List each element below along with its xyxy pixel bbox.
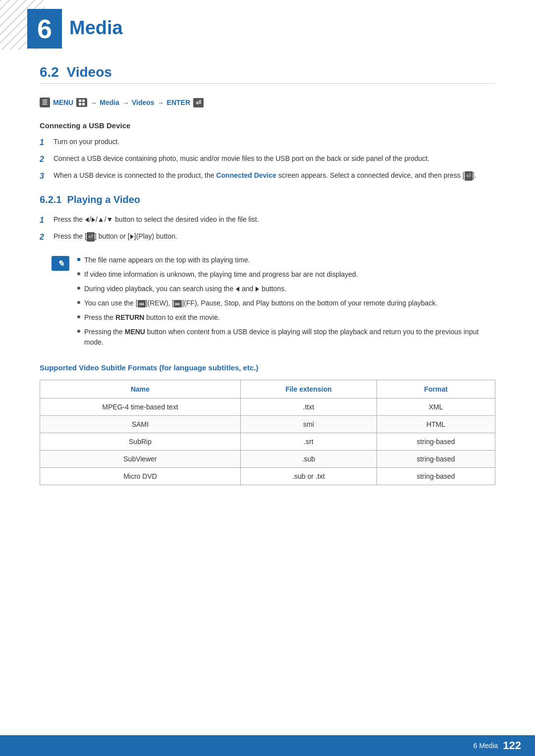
play-step-num-1: 1 xyxy=(40,214,48,226)
note-text-5: Press the RETURN button to exit the movi… xyxy=(84,312,220,323)
usb-step-1: 1 Turn on your product. xyxy=(40,137,495,149)
connecting-usb-steps: 1 Turn on your product. 2 Connect a USB … xyxy=(40,137,495,182)
bullet-6 xyxy=(77,330,80,333)
step-text-3: When a USB device is connected to the pr… xyxy=(54,170,476,182)
note-text-2: If video time information is unknown, th… xyxy=(84,269,358,280)
formats-table: Name File extension Format MPEG-4 time-b… xyxy=(40,380,495,485)
connecting-usb-heading: Connecting a USB Device xyxy=(40,121,495,130)
col-header-format: Format xyxy=(376,380,495,399)
cell-ext-1: .ttxt xyxy=(241,399,377,416)
usb-step-3: 3 When a USB device is connected to the … xyxy=(40,170,495,182)
cell-format-4: string-based xyxy=(376,451,495,468)
note-text-3: During video playback, you can search us… xyxy=(84,284,286,294)
nav-arrow-2: → xyxy=(122,99,129,106)
nav-arrow-1: → xyxy=(90,99,97,106)
nav-menu-icon: ☰ xyxy=(40,98,50,107)
nav-arrow-3: → xyxy=(158,99,164,106)
note-item-1: The file name appears on the top with it… xyxy=(77,255,495,265)
playing-steps: 1 Press the //▲/▼ button to select the d… xyxy=(40,214,495,243)
nav-videos: Videos xyxy=(132,99,155,106)
table-body: MPEG-4 time-based text .ttxt XML SAMI sm… xyxy=(40,399,495,485)
subsection-title: Playing a Video xyxy=(67,194,140,205)
note-text-4: You can use the [⏮](REW), [⏭](FF), Pause… xyxy=(84,298,437,308)
col-header-extension: File extension xyxy=(241,380,377,399)
chapter-block: 6 xyxy=(27,9,62,49)
cell-ext-4: .sub xyxy=(241,451,377,468)
note-text-6: Pressing the MENU button when content fr… xyxy=(84,327,495,348)
nav-path: ☰ MENU → Media → Videos → ENTER ⏎ xyxy=(40,98,495,107)
cell-name-5: Micro DVD xyxy=(40,468,241,485)
section-number: 6.2 xyxy=(40,64,59,80)
note-text-1: The file name appears on the top with it… xyxy=(84,255,250,265)
play-step-2: 2 Press the [⏎] button or [](Play) butto… xyxy=(40,231,495,243)
main-content: 6.2 Videos ☰ MENU → Media → Videos → ENT… xyxy=(0,64,535,525)
play-step-num-2: 2 xyxy=(40,231,48,243)
bullet-3 xyxy=(77,287,80,290)
svg-rect-2 xyxy=(79,100,81,102)
col-header-name: Name xyxy=(40,380,241,399)
table-row: SubViewer .sub string-based xyxy=(40,451,495,468)
note-item-6: Pressing the MENU button when content fr… xyxy=(77,327,495,348)
note-block: ✎ The file name appears on the top with … xyxy=(52,255,495,352)
cell-ext-3: .srt xyxy=(241,433,377,451)
note-icon: ✎ xyxy=(52,256,69,271)
cell-format-1: XML xyxy=(376,399,495,416)
cell-name-4: SubViewer xyxy=(40,451,241,468)
chapter-number: 6 xyxy=(37,15,52,42)
subsection-heading: 6.2.1 Playing a Video xyxy=(40,194,495,205)
note-item-3: During video playback, you can search us… xyxy=(77,284,495,294)
bullet-4 xyxy=(77,301,80,304)
play-step-text-1: Press the //▲/▼ button to select the des… xyxy=(54,214,259,226)
table-row: MPEG-4 time-based text .ttxt XML xyxy=(40,399,495,416)
step-num-1: 1 xyxy=(40,137,48,149)
note-item-2: If video time information is unknown, th… xyxy=(77,269,495,280)
nav-grid-icon xyxy=(76,98,87,107)
svg-rect-4 xyxy=(79,103,81,105)
bottom-bar-text: 6 Media xyxy=(473,742,498,750)
svg-rect-3 xyxy=(82,100,85,102)
bullet-2 xyxy=(77,272,80,275)
note-item-5: Press the RETURN button to exit the movi… xyxy=(77,312,495,323)
cell-format-3: string-based xyxy=(376,433,495,451)
cell-name-2: SAMI xyxy=(40,416,241,433)
cell-name-1: MPEG-4 time-based text xyxy=(40,399,241,416)
bullet-1 xyxy=(77,258,80,261)
cell-format-2: HTML xyxy=(376,416,495,433)
table-header-row: Name File extension Format xyxy=(40,380,495,399)
table-row: Micro DVD .sub or .txt string-based xyxy=(40,468,495,485)
section-heading: 6.2 Videos xyxy=(40,64,495,84)
bottom-bar: 6 Media 122 xyxy=(0,735,535,756)
nav-media: Media xyxy=(100,99,119,106)
step-text-1: Turn on your product. xyxy=(54,137,119,149)
cell-ext-2: smi xyxy=(241,416,377,433)
step-num-3: 3 xyxy=(40,170,48,182)
cell-format-5: string-based xyxy=(376,468,495,485)
formats-heading: Supported Video Subitle Formats (for lan… xyxy=(40,363,495,372)
cell-name-3: SubRip xyxy=(40,433,241,451)
note-bullets-list: The file name appears on the top with it… xyxy=(77,255,495,352)
bottom-bar-page: 122 xyxy=(503,739,521,752)
section-title: Videos xyxy=(67,64,112,80)
svg-rect-5 xyxy=(82,103,85,105)
note-item-4: You can use the [⏮](REW), [⏭](FF), Pause… xyxy=(77,298,495,308)
play-step-1: 1 Press the //▲/▼ button to select the d… xyxy=(40,214,495,226)
usb-step-2: 2 Connect a USB device containing photo,… xyxy=(40,153,495,165)
step-num-2: 2 xyxy=(40,153,48,165)
bullet-5 xyxy=(77,315,80,318)
chapter-title: Media xyxy=(69,17,123,39)
table-row: SAMI smi HTML xyxy=(40,416,495,433)
nav-enter-icon: ⏎ xyxy=(193,98,204,107)
table-row: SubRip .srt string-based xyxy=(40,433,495,451)
cell-ext-5: .sub or .txt xyxy=(241,468,377,485)
play-step-text-2: Press the [⏎] button or [](Play) button. xyxy=(54,231,177,243)
step-text-2: Connect a USB device containing photo, m… xyxy=(54,153,429,165)
subsection-number: 6.2.1 xyxy=(40,194,61,205)
nav-menu-label: MENU xyxy=(53,99,73,106)
nav-enter-label: ENTER xyxy=(167,99,190,106)
